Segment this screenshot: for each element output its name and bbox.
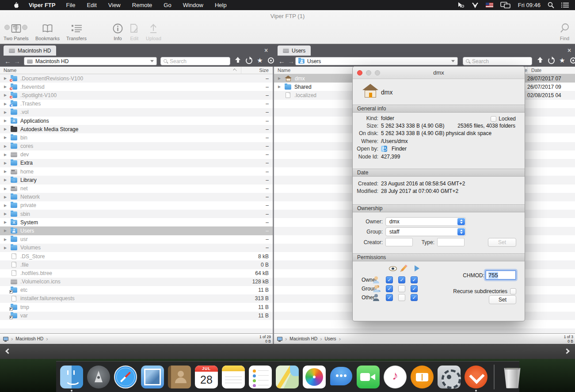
safari-dock-icon[interactable] [114, 366, 137, 388]
disclosure-triangle-icon[interactable]: ▶ [4, 212, 11, 216]
pointer-icon[interactable] [457, 2, 465, 8]
calendar-dock-icon[interactable]: JUL28 [195, 366, 218, 388]
permissions-set-button[interactable]: Set [489, 295, 516, 304]
file-row[interactable]: ▶net– [0, 184, 273, 192]
file-row[interactable]: ▶.Spotlight-V100– [0, 91, 273, 99]
file-row[interactable]: installer.failurerequests313 B [0, 294, 273, 303]
write-checkbox[interactable] [398, 285, 405, 292]
tab-users[interactable]: Users [278, 45, 311, 56]
file-row[interactable]: ▶home– [0, 167, 273, 176]
forward-button[interactable]: → [288, 57, 294, 65]
disclosure-triangle-icon[interactable]: ▶ [4, 119, 11, 123]
transfers-button[interactable]: Transfers [66, 23, 87, 41]
exec-checkbox[interactable] [411, 294, 418, 301]
file-row[interactable]: ▶.vol– [0, 108, 273, 117]
file-row[interactable]: ▶Extra– [0, 159, 273, 167]
disclosure-triangle-icon[interactable]: ▶ [4, 161, 11, 165]
mail-dock-icon[interactable] [141, 366, 164, 388]
read-checkbox[interactable] [386, 294, 393, 301]
file-row[interactable]: ▶.DocumentRevisions-V100– [0, 74, 273, 83]
breadcrumb-item[interactable]: Users [325, 336, 336, 341]
menu-item-remote[interactable]: Remote [132, 2, 152, 8]
disclosure-triangle-icon[interactable]: ▶ [4, 153, 11, 157]
name-column-header[interactable]: Name [0, 68, 16, 73]
menu-item-window[interactable]: Window [183, 2, 203, 8]
viper-menu-icon[interactable] [472, 2, 479, 8]
file-row[interactable]: ▶Volumes– [0, 244, 273, 252]
bookmarks-button[interactable]: Bookmarks [35, 23, 60, 41]
path-dropdown-right[interactable]: Users [295, 57, 458, 65]
disclosure-triangle-icon[interactable]: ▶ [4, 237, 11, 241]
search-input[interactable] [170, 58, 227, 64]
disclosure-triangle-icon[interactable]: ▶ [4, 229, 11, 233]
disclosure-triangle-icon[interactable]: ▶ [4, 127, 11, 131]
chmod-field[interactable]: 755 [485, 270, 516, 280]
info-button[interactable]: Info [113, 23, 123, 41]
stepper-icon[interactable] [457, 228, 465, 235]
recurse-checkbox[interactable] [510, 288, 516, 294]
file-row[interactable]: ▶⌂Library– [0, 176, 273, 184]
app-menu-title[interactable]: Viper FTP [29, 2, 55, 8]
date-column-header[interactable]: Date [527, 68, 575, 73]
file-row[interactable]: ▶.fseventsd– [0, 83, 273, 91]
go-up-icon[interactable] [234, 57, 241, 64]
owner-dropdown[interactable]: dmx [385, 217, 466, 226]
file-row[interactable]: ▶bin– [0, 133, 273, 142]
go-up-icon[interactable] [537, 57, 544, 64]
input-language-flag-icon[interactable] [486, 3, 493, 8]
broadcast-icon[interactable] [570, 57, 575, 64]
ibooks-dock-icon[interactable] [411, 366, 434, 388]
search-field-right[interactable] [463, 57, 532, 65]
size-column-header[interactable]: Size [259, 68, 273, 73]
disclosure-triangle-icon[interactable]: ▶ [4, 204, 11, 207]
file-row[interactable]: tmp11 B [0, 303, 273, 311]
back-button[interactable]: ← [278, 57, 285, 65]
file-row[interactable]: ▶cores– [0, 142, 273, 151]
apple-menu-icon[interactable] [12, 2, 19, 9]
viper-ftp-dock-icon[interactable] [465, 366, 487, 388]
disclosure-triangle-icon[interactable]: ▶ [4, 220, 11, 224]
disclosure-triangle-icon[interactable]: ▶ [278, 85, 285, 89]
disclosure-triangle-icon[interactable]: ▶ [278, 76, 285, 80]
find-button[interactable]: Find [560, 23, 570, 41]
disclosure-triangle-icon[interactable]: ▶ [4, 178, 11, 182]
contacts-dock-icon[interactable] [168, 366, 191, 388]
forward-button[interactable]: → [14, 57, 20, 65]
type-field[interactable] [437, 238, 465, 246]
menu-item-edit[interactable]: Edit [87, 2, 96, 8]
close-tab-icon[interactable]: × [567, 47, 571, 54]
facetime-dock-icon[interactable] [357, 366, 380, 388]
file-row[interactable]: ▶sbin– [0, 210, 273, 218]
group-dropdown[interactable]: staff [385, 227, 466, 236]
favorites-icon[interactable]: ★ [256, 57, 263, 64]
file-row[interactable]: ▶usr– [0, 235, 273, 244]
stepper-icon[interactable] [457, 218, 465, 225]
disclosure-triangle-icon[interactable]: ▶ [4, 110, 11, 114]
system-preferences-dock-icon[interactable] [438, 366, 461, 388]
disclosure-triangle-icon[interactable]: ▶ [4, 136, 11, 139]
disclosure-triangle-icon[interactable]: ▶ [4, 246, 11, 250]
search-input[interactable] [472, 58, 529, 64]
file-row[interactable]: ▶Autodesk Media Storage– [0, 125, 273, 133]
right-drawer-icon[interactable] [564, 348, 570, 354]
disclosure-triangle-icon[interactable]: ▶ [4, 170, 11, 173]
favorites-icon[interactable]: ★ [559, 57, 566, 64]
search-field-left[interactable] [160, 57, 230, 65]
write-checkbox[interactable] [398, 276, 405, 283]
displays-icon[interactable] [500, 2, 511, 8]
disclosure-triangle-icon[interactable]: ▶ [4, 195, 11, 199]
file-row[interactable]: .DS_Store8 kB [0, 252, 273, 260]
locked-checkbox[interactable] [491, 116, 496, 122]
disclosure-triangle-icon[interactable]: ▶ [4, 187, 11, 191]
menu-item-view[interactable]: View [108, 2, 121, 8]
menu-bar-clock[interactable]: Fri 09:46 [518, 2, 541, 8]
file-row[interactable]: .VolumeIcon.icns128 kB [0, 278, 273, 286]
computer-icon[interactable] [277, 336, 282, 342]
file-row[interactable]: .hotfiles.btree64 kB [0, 269, 273, 277]
path-dropdown-left[interactable]: Macintosh HD [24, 57, 157, 65]
notes-dock-icon[interactable] [222, 366, 245, 388]
broadcast-icon[interactable] [267, 57, 274, 64]
finder-dock-icon[interactable] [60, 366, 83, 388]
maps-dock-icon[interactable] [276, 366, 299, 388]
two-panels-button[interactable]: Two Panels [4, 23, 29, 41]
